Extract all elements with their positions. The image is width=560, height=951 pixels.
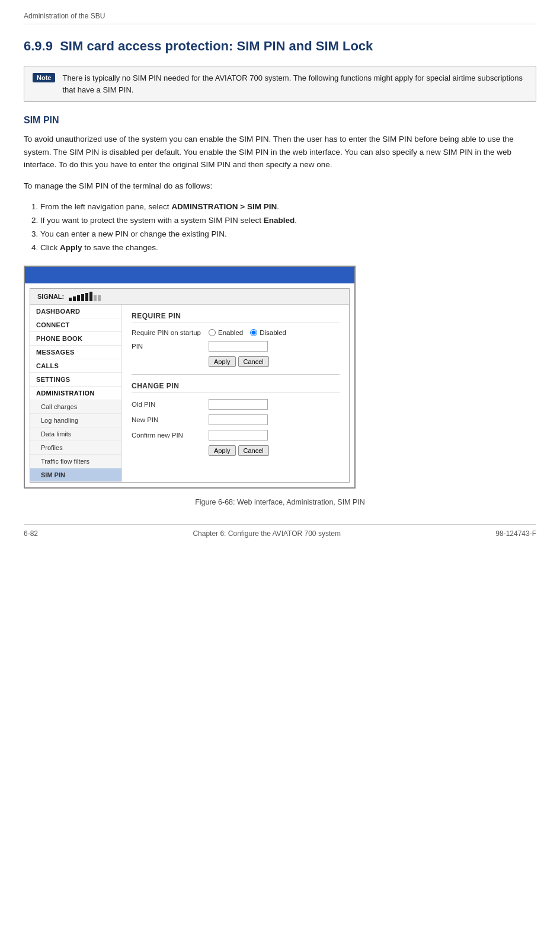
bar5 bbox=[85, 293, 88, 301]
footer-right: 98-124743-F bbox=[495, 529, 536, 538]
nav-sim-pin[interactable]: SIM PIN bbox=[30, 468, 121, 482]
bar8 bbox=[98, 295, 101, 301]
bar2 bbox=[73, 296, 76, 301]
step-3: You can enter a new PIN or change the ex… bbox=[40, 228, 536, 241]
new-pin-input[interactable] bbox=[209, 414, 268, 425]
enabled-radio[interactable] bbox=[209, 329, 216, 336]
header-text: Administration of the SBU bbox=[24, 12, 105, 20]
section-heading: 6.9.9 SIM card access protection: SIM PI… bbox=[24, 39, 536, 54]
nav-administration[interactable]: ADMINISTRATION bbox=[30, 387, 121, 400]
steps-list: From the left navigation pane, select AD… bbox=[40, 200, 536, 255]
page-footer: 6-82 Chapter 6: Configure the AVIATOR 70… bbox=[24, 524, 536, 538]
signal-label: SIGNAL: bbox=[37, 293, 64, 300]
main-layout: DASHBOARD CONNECT PHONE BOOK MESSAGES CA… bbox=[30, 305, 349, 482]
step-1: From the left navigation pane, select AD… bbox=[40, 200, 536, 214]
figure-caption: Figure 6-68: Web interface, Administrati… bbox=[24, 498, 536, 506]
figure-wrapper: SIGNAL: DAS bbox=[24, 266, 536, 506]
nav-traffic-flow[interactable]: Traffic flow filters bbox=[30, 455, 121, 468]
simpin-heading: SIM PIN bbox=[24, 115, 536, 126]
old-pin-row: Old PIN bbox=[132, 399, 340, 410]
footer-center: Chapter 6: Configure the AVIATOR 700 sys… bbox=[193, 529, 340, 538]
radio-group: Enabled Disabled bbox=[209, 329, 286, 336]
disabled-label[interactable]: Disabled bbox=[250, 329, 286, 336]
disabled-text: Disabled bbox=[260, 329, 286, 336]
bar4 bbox=[81, 294, 84, 301]
new-pin-label: New PIN bbox=[132, 416, 209, 423]
disabled-radio[interactable] bbox=[250, 329, 257, 336]
apply-button-2[interactable]: Apply bbox=[209, 445, 236, 456]
right-content: REQUIRE PIN Require PIN on startup Enabl… bbox=[122, 305, 349, 482]
left-nav: DASHBOARD CONNECT PHONE BOOK MESSAGES CA… bbox=[30, 305, 122, 482]
nav-profiles[interactable]: Profiles bbox=[30, 441, 121, 455]
bar3 bbox=[77, 295, 80, 301]
bar7 bbox=[94, 295, 97, 301]
require-pin-title: REQUIRE PIN bbox=[132, 312, 340, 323]
require-pin-buttons: Apply Cancel bbox=[132, 356, 340, 367]
apply-button-1[interactable]: Apply bbox=[209, 356, 236, 367]
step-4: Click Apply to save the changes. bbox=[40, 241, 536, 255]
step4-bold: Apply bbox=[60, 243, 82, 252]
note-text: There is typically no SIM PIN needed for… bbox=[62, 72, 527, 95]
bar6 bbox=[89, 292, 92, 301]
change-pin-title: CHANGE PIN bbox=[132, 382, 340, 393]
require-pin-row: Require PIN on startup Enabled Disabled bbox=[132, 329, 340, 336]
old-pin-input[interactable] bbox=[209, 399, 268, 410]
page-header: Administration of the SBU bbox=[24, 12, 536, 24]
step3-text: You can enter a new PIN or change the ex… bbox=[40, 229, 227, 238]
nav-data-limits[interactable]: Data limits bbox=[30, 427, 121, 441]
nav-messages[interactable]: MESSAGES bbox=[30, 346, 121, 359]
nav-calls[interactable]: CALLS bbox=[30, 359, 121, 373]
section-title: SIM card access protection: SIM PIN and … bbox=[60, 39, 373, 53]
cancel-button-2[interactable]: Cancel bbox=[238, 445, 269, 456]
cancel-button-1[interactable]: Cancel bbox=[238, 356, 269, 367]
nav-dashboard[interactable]: DASHBOARD bbox=[30, 305, 121, 318]
require-pin-label: Require PIN on startup bbox=[132, 329, 209, 336]
step-2: If you want to protect the system with a… bbox=[40, 214, 536, 228]
nav-call-charges[interactable]: Call charges bbox=[30, 400, 121, 414]
enabled-label[interactable]: Enabled bbox=[209, 329, 243, 336]
nav-settings[interactable]: SETTINGS bbox=[30, 373, 121, 387]
nav-phonebook[interactable]: PHONE BOOK bbox=[30, 332, 121, 346]
footer-left: 6-82 bbox=[24, 529, 38, 538]
old-pin-label: Old PIN bbox=[132, 401, 209, 408]
pin-label: PIN bbox=[132, 343, 209, 350]
step2-bold: Enabled bbox=[264, 216, 295, 225]
figure-container: SIGNAL: DAS bbox=[24, 266, 356, 489]
new-pin-row: New PIN bbox=[132, 414, 340, 425]
confirm-pin-row: Confirm new PIN bbox=[132, 430, 340, 441]
pin-input[interactable] bbox=[209, 341, 268, 352]
simpin-paragraph2: To manage the SIM PIN of the terminal do… bbox=[24, 180, 536, 193]
note-box: Note There is typically no SIM PIN neede… bbox=[24, 66, 536, 102]
confirm-pin-input[interactable] bbox=[209, 430, 268, 441]
browser-bar bbox=[25, 267, 354, 283]
page-container: Administration of the SBU 6.9.9 SIM card… bbox=[0, 0, 560, 561]
note-badge: Note bbox=[33, 73, 55, 82]
pin-row: PIN bbox=[132, 341, 340, 352]
signal-bars bbox=[69, 292, 101, 301]
nav-log-handling[interactable]: Log handling bbox=[30, 414, 121, 427]
step2-text: If you want to protect the system with a… bbox=[40, 216, 297, 225]
step1-bold: ADMINSTRATION > SIM PIN bbox=[171, 202, 277, 211]
simpin-paragraph1: To avoid unauthorized use of the system … bbox=[24, 133, 536, 171]
section-number: 6.9.9 bbox=[24, 39, 53, 53]
step1-text: From the left navigation pane, select AD… bbox=[40, 202, 279, 211]
signal-row: SIGNAL: bbox=[30, 289, 349, 305]
divider bbox=[132, 374, 340, 375]
step4-text: Click Apply to save the changes. bbox=[40, 243, 158, 252]
enabled-text: Enabled bbox=[218, 329, 243, 336]
nav-connect[interactable]: CONNECT bbox=[30, 318, 121, 332]
confirm-pin-label: Confirm new PIN bbox=[132, 432, 209, 439]
change-pin-buttons: Apply Cancel bbox=[132, 445, 340, 456]
bar1 bbox=[69, 298, 72, 301]
browser-inner: SIGNAL: DAS bbox=[30, 288, 350, 483]
